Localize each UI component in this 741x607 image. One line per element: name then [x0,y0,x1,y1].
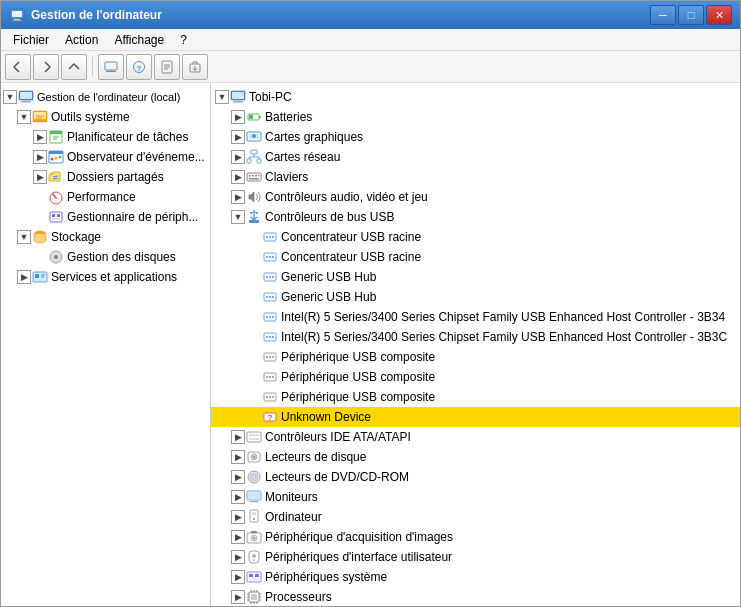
svg-point-109 [269,396,271,398]
right-interface-item[interactable]: ▶ Périphériques d'interface utilisateur [211,547,740,567]
right-pane: ▼ Tobi-PC ▶ Batteries [211,83,740,606]
right-batteries-item[interactable]: ▶ Batteries [211,107,740,127]
svg-rect-66 [252,175,254,177]
svg-point-85 [269,276,271,278]
svg-point-106 [272,376,274,378]
maximize-button[interactable]: □ [678,5,704,25]
right-unknown-device-item[interactable]: ? Unknown Device [211,407,740,427]
right-usb-item[interactable]: ▼ Contrôleurs de bus USB [211,207,740,227]
left-gestionnaire-item[interactable]: Gestionnaire de périph... [1,207,210,227]
generic-hub-icon-2 [262,289,278,305]
right-batteries-label: Batteries [265,108,740,126]
svg-point-84 [266,276,268,278]
event-icon [48,149,64,165]
right-periph-usb1-item[interactable]: Périphérique USB composite [211,347,740,367]
expand-processeurs[interactable]: ▶ [231,590,245,604]
right-concentrateur2-item[interactable]: Concentrateur USB racine [211,247,740,267]
left-services-item[interactable]: ▶ Services et applications [1,267,210,287]
expand-cartes-graphiques[interactable]: ▶ [231,130,245,144]
expand-interface[interactable]: ▶ [231,550,245,564]
expand-systeme[interactable]: ▶ [231,570,245,584]
toolbar: ? [1,51,740,83]
menu-fichier[interactable]: Fichier [5,31,57,49]
right-ide-item[interactable]: ▶ Contrôleurs IDE ATA/ATAPI [211,427,740,447]
right-intel-3b34-item[interactable]: Intel(R) 5 Series/3400 Series Chipset Fa… [211,307,740,327]
right-moniteurs-label: Moniteurs [265,488,740,506]
expand-planificateur[interactable]: ▶ [33,130,47,144]
expand-audio[interactable]: ▶ [231,190,245,204]
computer-case-icon [246,509,262,525]
expand-lecteurs-disque[interactable]: ▶ [231,450,245,464]
expand-usb[interactable]: ▼ [231,210,245,224]
expand-right-root[interactable]: ▼ [215,90,229,104]
menu-action[interactable]: Action [57,31,106,49]
right-audio-item[interactable]: ▶ Contrôleurs audio, vidéo et jeu [211,187,740,207]
svg-rect-5 [109,70,113,71]
help-button[interactable]: ? [126,54,152,80]
expand-claviers[interactable]: ▶ [231,170,245,184]
svg-point-31 [59,156,62,159]
back-button[interactable] [5,54,31,80]
right-processeurs-item[interactable]: ▶ Processeurs [211,587,740,606]
left-gestion-disques-item[interactable]: Gestion des disques [1,247,210,267]
expand-moniteurs[interactable]: ▶ [231,490,245,504]
expand-batteries[interactable]: ▶ [231,110,245,124]
expand-dossiers[interactable]: ▶ [33,170,47,184]
right-generic-hub1-item[interactable]: Generic USB Hub [211,267,740,287]
right-lecteurs-disque-label: Lecteurs de disque [265,448,740,466]
left-observateur-item[interactable]: ▶ Observateur d'événeme... [1,147,210,167]
right-root-item[interactable]: ▼ Tobi-PC [211,87,740,107]
svg-rect-124 [248,492,260,499]
minimize-button[interactable]: ─ [650,5,676,25]
properties-button[interactable] [154,54,180,80]
expand-stockage[interactable]: ▼ [17,230,31,244]
svg-rect-140 [255,574,259,577]
up-button[interactable] [61,54,87,80]
left-outils-item[interactable]: ▼ Outils système [1,107,210,127]
expand-ide[interactable]: ▶ [231,430,245,444]
main-window: Gestion de l'ordinateur ─ □ ✕ Fichier Ac… [0,0,741,607]
svg-point-101 [269,356,271,358]
svg-point-90 [272,296,274,298]
left-planificateur-item[interactable]: ▶ Planificateur de tâches [1,127,210,147]
right-periph-usb2-item[interactable]: Périphérique USB composite [211,367,740,387]
right-ordinateur-item[interactable]: ▶ Ordinateur [211,507,740,527]
expand-services[interactable]: ▶ [17,270,31,284]
right-intel-3b3c-item[interactable]: Intel(R) 5 Series/3400 Series Chipset Fa… [211,327,740,347]
expand-cartes-reseau[interactable]: ▶ [231,150,245,164]
right-periph-usb3-item[interactable]: Périphérique USB composite [211,387,740,407]
left-stockage-item[interactable]: ▼ Stockage [1,227,210,247]
export-button[interactable] [182,54,208,80]
right-systeme-item[interactable]: ▶ Périphériques système [211,567,740,587]
expand-root[interactable]: ▼ [3,90,17,104]
right-claviers-item[interactable]: ▶ Claviers [211,167,740,187]
left-root-item[interactable]: ▼ Gestion de l'ordinateur (local) [1,87,210,107]
right-cartes-reseau-item[interactable]: ▶ Cartes réseau [211,147,740,167]
tools-icon [32,109,48,125]
left-dossiers-item[interactable]: ▶ ⇌ Dossiers partagés [1,167,210,187]
expand-observateur[interactable]: ▶ [33,150,47,164]
svg-rect-115 [249,438,259,440]
tobi-pc-icon [230,89,246,105]
right-processeurs-label: Processeurs [265,588,740,606]
right-acquisition-item[interactable]: ▶ Périphérique d'acquisition d'images [211,527,740,547]
right-generic-hub2-item[interactable]: Generic USB Hub [211,287,740,307]
menu-help[interactable]: ? [172,31,195,49]
expand-dvd[interactable]: ▶ [231,470,245,484]
close-button[interactable]: ✕ [706,5,732,25]
svg-point-88 [266,296,268,298]
svg-point-96 [266,336,268,338]
menu-affichage[interactable]: Affichage [106,31,172,49]
left-performance-item[interactable]: Performance [1,187,210,207]
show-desktop-button[interactable] [98,54,124,80]
right-moniteurs-item[interactable]: ▶ Moniteurs [211,487,740,507]
expand-ordinateur[interactable]: ▶ [231,510,245,524]
right-lecteurs-disque-item[interactable]: ▶ Lecteurs de disque [211,447,740,467]
expand-outils[interactable]: ▼ [17,110,31,124]
right-concentrateur1-item[interactable]: Concentrateur USB racine [211,227,740,247]
right-cartes-graphiques-item[interactable]: ▶ Cartes graphiques [211,127,740,147]
svg-rect-6 [106,71,116,72]
right-dvd-item[interactable]: ▶ Lecteurs de DVD/CD-ROM [211,467,740,487]
expand-acquisition[interactable]: ▶ [231,530,245,544]
forward-button[interactable] [33,54,59,80]
